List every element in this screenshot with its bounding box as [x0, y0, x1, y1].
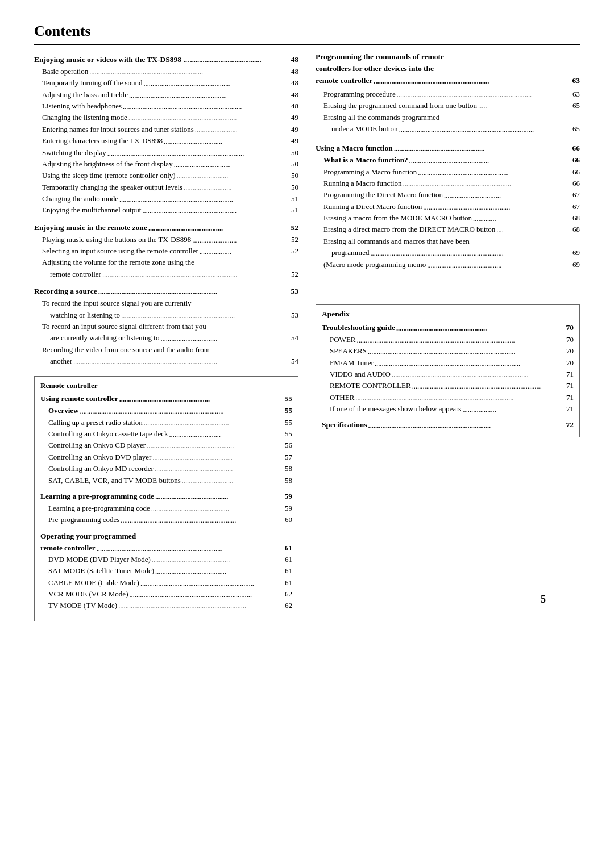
toc-entry: Temporarily changing the speaker output … [34, 182, 298, 193]
toc-entry: Enjoying the multichannel output........… [34, 205, 298, 216]
toc-entry: Running a Direct Macro function.........… [316, 201, 580, 212]
toc-entry: Entering names for input sources and tun… [34, 124, 298, 135]
section2-title: Enjoying music in the remote zone ......… [34, 222, 298, 234]
operating-title2: remote controller ......................… [40, 542, 292, 554]
apendix-title: Apendix [322, 310, 574, 319]
toc-entry: Calling up a preset radio station.......… [40, 417, 292, 428]
toc-entry: SAT, CABLE, VCR, and TV MODE buttons....… [40, 475, 292, 486]
toc-entry: VCR MODE (VCR Mode).....................… [40, 589, 292, 600]
toc-entry: SAT MODE (Satellite Tuner Mode).........… [40, 565, 292, 577]
toc-entry: POWER...................................… [322, 334, 574, 345]
toc-entry: Controlling an Onkyo cassette tape deck.… [40, 428, 292, 440]
toc-entry: Basic operation.........................… [34, 66, 298, 77]
toc-entry: Using the sleep time (remote controller … [34, 170, 298, 181]
toc-entry: (Macro mode programming memo............… [316, 259, 580, 270]
toc-entry: Controlling an Onkyo MD recorder........… [40, 463, 292, 474]
toc-entry: Erasing a direct macro from the DIRECT M… [316, 224, 580, 235]
toc-entry: VIDEO and AUDIO.........................… [322, 369, 574, 380]
toc-entry: REMOTE CONTROLLER.......................… [322, 380, 574, 391]
toc-entry: Playing music using the buttons on the T… [34, 234, 298, 245]
toc-entry: Learning a pre-programming code.........… [40, 503, 292, 514]
using-remote-title: Using remote controller ................… [40, 393, 292, 405]
section1-entries: Basic operation.........................… [34, 66, 298, 216]
apendix-box: Apendix Troubleshooting guide ..........… [316, 304, 580, 437]
toc-entry: OTHER...................................… [322, 392, 574, 403]
toc-entry: FM/AM Tuner.............................… [322, 357, 574, 369]
toc-entry: Programming procedure...................… [316, 89, 580, 100]
toc-entry: CABLE MODE (Cable Mode).................… [40, 577, 292, 589]
toc-entry: Selecting an input source using the remo… [34, 245, 298, 257]
toc-entry: Programming the Direct Macro function...… [316, 189, 580, 201]
macro-title: Using a Macro function .................… [316, 143, 580, 155]
toc-entry: Controlling an Onkyo DVD player.........… [40, 452, 292, 463]
toc-entry: If one of the messages shown below appea… [322, 403, 574, 415]
left-column: Enjoying music or videos with the TX-DS8… [34, 51, 298, 628]
toc-entry: Overview................................… [40, 405, 292, 416]
toc-entry: Switching the display...................… [34, 147, 298, 158]
toc-entry: Pre-programming codes...................… [40, 514, 292, 525]
remote-controller-box: Remote controller Using remote controlle… [34, 376, 298, 621]
page-title: Contents [34, 23, 580, 45]
toc-entry: programmed..............................… [316, 247, 580, 258]
page-number: 5 [541, 594, 546, 606]
section3-title: Recording a source .....................… [34, 286, 298, 298]
toc-entry: TV MODE (TV Mode).......................… [40, 600, 292, 611]
toc-entry: Recording the video from one source and … [34, 344, 298, 356]
troubleshooting-title: Troubleshooting guide ..................… [322, 322, 574, 334]
toc-entry: To record an input source signal differe… [34, 321, 298, 332]
section1-title: Enjoying music or videos with the TX-DS8… [34, 54, 298, 66]
right-column: Programming the commands of remote . . c… [316, 51, 580, 628]
toc-entry: What is a Macro function?...............… [316, 155, 580, 166]
toc-entry: Erasing all the commands programmed.. [316, 112, 580, 123]
remote-box-title: Remote controller [40, 381, 292, 390]
programming-title: Programming the commands of remote . . c… [316, 51, 580, 87]
learning-title: Learning a pre-programming code ........… [40, 491, 292, 503]
toc-entry: Erasing a macro from the MODE MACRO butt… [316, 212, 580, 224]
toc-entry: Adjusting the volume for the remote zone… [34, 257, 298, 268]
toc-entry: SPEAKERS................................… [322, 345, 574, 357]
toc-entry: To record the input source signal you ar… [34, 298, 298, 309]
toc-entry: Erasing all commands and macros that hav… [316, 236, 580, 247]
toc-entry: Listening with headphones...............… [34, 101, 298, 112]
operating-title: Operating your programmed . . [40, 531, 292, 542]
toc-entry: Programming a Macro function............… [316, 166, 580, 178]
toc-entry: remote controller.......................… [34, 269, 298, 280]
toc-entry: DVD MODE (DVD Player Mode)..............… [40, 554, 292, 565]
toc-entry: Adjusting the bass and treble...........… [34, 89, 298, 101]
toc-entry: another.................................… [34, 356, 298, 367]
toc-entry: Changing the audio mode.................… [34, 193, 298, 205]
specifications-title: Specifications .........................… [322, 419, 574, 431]
toc-entry: Running a Macro function................… [316, 178, 580, 189]
toc-entry: Entering characters using the TX-DS898..… [34, 135, 298, 147]
toc-entry: Changing the listening mode.............… [34, 112, 298, 123]
toc-entry: Adjusting the brightness of the front di… [34, 158, 298, 170]
toc-entry: are currently watching or listening to..… [34, 332, 298, 344]
toc-entry: Erasing the programmed command from one … [316, 100, 580, 111]
toc-entry: watching or listening to................… [34, 310, 298, 321]
toc-entry: Controlling an Onkyo CD player..........… [40, 440, 292, 451]
toc-entry: Temporarily turning off the sound.......… [34, 77, 298, 89]
toc-entry: under a MODE button.....................… [316, 123, 580, 135]
